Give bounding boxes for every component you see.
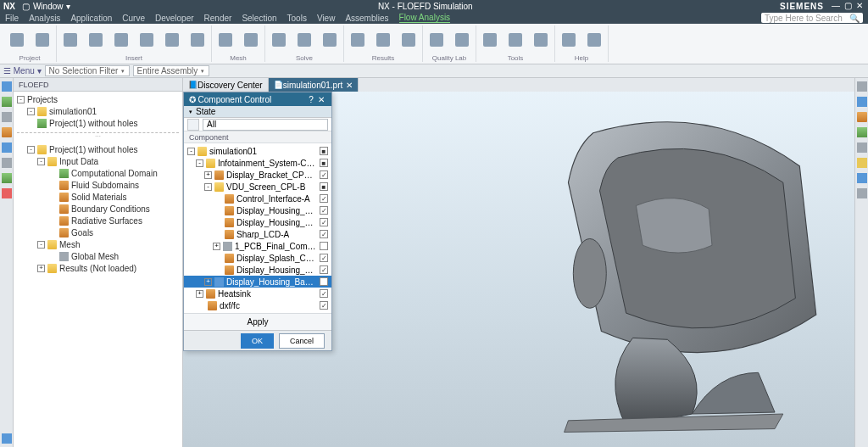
visibility-checkbox[interactable] <box>320 242 328 250</box>
menu-button[interactable]: ☰ Menu ▾ <box>3 66 42 75</box>
component-row[interactable]: Display_Housing_Front_Frame✓ <box>184 216 331 228</box>
component-row[interactable]: -VDU_Screen_CPL-B■ <box>184 181 331 193</box>
tree-node[interactable]: Global Mesh <box>17 250 179 262</box>
tree-node[interactable]: -Mesh <box>17 238 179 250</box>
menu-view[interactable]: View <box>317 14 336 23</box>
view-icon[interactable] <box>857 158 867 168</box>
view-icon[interactable] <box>857 142 867 153</box>
tree-node[interactable]: Solid Materials <box>17 191 179 203</box>
component-row[interactable]: Sharp_LCD-A✓ <box>184 228 331 240</box>
view-icon[interactable] <box>857 81 867 92</box>
selection-scope-dropdown[interactable]: Entire Assembly <box>133 65 209 76</box>
ribbon-button[interactable] <box>215 30 236 50</box>
cancel-button[interactable]: Cancel <box>279 333 325 349</box>
ribbon-button[interactable] <box>60 30 81 50</box>
nav-icon[interactable] <box>2 158 12 168</box>
component-row[interactable]: +Heatsink✓ <box>184 288 331 299</box>
menu-developer[interactable]: Developer <box>155 14 194 23</box>
ribbon-button[interactable] <box>320 30 340 50</box>
component-row[interactable]: +Display_Bracket_CPL-B✓ <box>184 169 331 181</box>
nav-icon[interactable] <box>2 173 12 183</box>
ribbon-button[interactable] <box>505 30 526 50</box>
ribbon-button[interactable] <box>136 30 157 50</box>
menu-render[interactable]: Render <box>204 14 232 23</box>
tree-node[interactable]: Fluid Subdomains <box>17 179 179 191</box>
component-row[interactable]: -Infotainment_System-Cockpit-CPL■ <box>184 157 331 169</box>
ribbon-button[interactable] <box>241 30 261 50</box>
dialog-titlebar[interactable]: ✪ Component Control ? ✕ <box>184 92 331 106</box>
tree-node[interactable]: Boundary Conditions <box>17 203 179 215</box>
help-icon[interactable]: ? <box>306 95 316 104</box>
menu-assemblies[interactable]: Assemblies <box>345 14 388 23</box>
tree-node[interactable]: Computational Domain <box>17 167 179 179</box>
visibility-checkbox[interactable]: ✓ <box>320 265 328 274</box>
ribbon-button[interactable] <box>7 30 27 50</box>
view-icon[interactable] <box>857 97 867 107</box>
menu-analysis[interactable]: Analysis <box>29 14 60 23</box>
visibility-checkbox[interactable]: ✓ <box>320 194 328 203</box>
tree-node[interactable]: -Input Data <box>17 155 179 167</box>
component-row[interactable]: -simulation01■ <box>184 145 331 157</box>
ok-button[interactable]: OK <box>241 333 274 349</box>
ribbon-button[interactable] <box>426 30 447 50</box>
graphics-viewport[interactable]: 📘 Discovery Center 📄 simulation01.prt✕ <box>183 78 854 447</box>
component-row[interactable]: Display_Housing_Main-A✓ <box>184 204 331 216</box>
ribbon-button[interactable] <box>452 30 472 50</box>
ribbon-button[interactable] <box>373 30 393 50</box>
component-row[interactable]: Display_Splash_Cover-A✓ <box>184 252 331 264</box>
menu-application[interactable]: Application <box>70 14 112 23</box>
view-icon[interactable] <box>857 112 867 122</box>
project-node[interactable]: Project(1) without holes <box>17 117 179 129</box>
visibility-checkbox[interactable]: ■ <box>320 182 328 191</box>
nav-icon[interactable] <box>2 112 12 122</box>
tree-node[interactable]: Goals <box>17 226 179 238</box>
maximize-button[interactable]: ▢ <box>843 2 853 10</box>
visibility-checkbox[interactable]: ✓ <box>320 218 328 226</box>
nav-icon[interactable] <box>2 142 12 153</box>
view-icon[interactable] <box>857 188 867 198</box>
nav-icon[interactable] <box>2 81 12 92</box>
ribbon-button[interactable] <box>269 30 289 50</box>
menu-file[interactable]: File <box>5 14 19 23</box>
tree-node[interactable]: Radiative Surfaces <box>17 215 179 226</box>
ribbon-button[interactable] <box>584 30 604 50</box>
view-icon[interactable] <box>857 173 867 183</box>
tab-simulation-file[interactable]: 📄 simulation01.prt✕ <box>269 78 359 92</box>
selection-filter-dropdown[interactable]: No Selection Filter <box>45 65 130 76</box>
ribbon-button[interactable] <box>348 30 368 50</box>
nav-icon[interactable] <box>2 188 12 198</box>
component-row[interactable]: +Display_Housing_Back_Cover-C <box>184 276 331 288</box>
ribbon-button[interactable] <box>86 30 106 50</box>
window-menu[interactable]: Window <box>33 2 64 11</box>
visibility-checkbox[interactable]: ✓ <box>320 289 328 298</box>
visibility-checkbox[interactable]: ✓ <box>320 301 328 310</box>
view-icon[interactable] <box>857 127 867 137</box>
minimize-button[interactable]: — <box>831 2 841 10</box>
ribbon-button[interactable] <box>480 30 500 50</box>
ribbon-button[interactable] <box>32 30 53 50</box>
apply-button[interactable]: Apply <box>184 313 331 330</box>
close-icon[interactable]: ✕ <box>316 95 326 104</box>
visibility-checkbox[interactable]: ■ <box>320 147 328 155</box>
visibility-checkbox[interactable]: ✓ <box>320 170 328 179</box>
ribbon-button[interactable] <box>162 30 182 50</box>
filter-icon[interactable] <box>187 119 199 131</box>
visibility-checkbox[interactable]: ■ <box>320 159 328 167</box>
menu-flow-analysis[interactable]: Flow Analysis <box>399 13 451 23</box>
dialog-section-state[interactable]: State <box>184 106 331 118</box>
restore-down-icon[interactable]: ▢ <box>22 2 30 11</box>
tab-discovery-center[interactable]: 📘 Discovery Center <box>183 78 269 92</box>
ribbon-button[interactable] <box>398 30 419 50</box>
column-header[interactable]: Component <box>184 131 331 143</box>
nav-icon[interactable] <box>2 127 12 137</box>
tree-node[interactable]: +Results (Not loaded) <box>17 262 179 274</box>
visibility-checkbox[interactable]: ✓ <box>320 206 328 215</box>
close-tab-icon[interactable]: ✕ <box>346 81 353 90</box>
ribbon-button[interactable] <box>559 30 579 50</box>
visibility-checkbox[interactable] <box>320 277 328 286</box>
floefd-icon[interactable] <box>2 433 12 444</box>
menu-tools[interactable]: Tools <box>287 14 307 23</box>
component-row[interactable]: Control_Interface-A✓ <box>184 193 331 204</box>
tree-node[interactable]: -Project(1) without holes <box>17 143 179 155</box>
ribbon-button[interactable] <box>531 30 551 50</box>
